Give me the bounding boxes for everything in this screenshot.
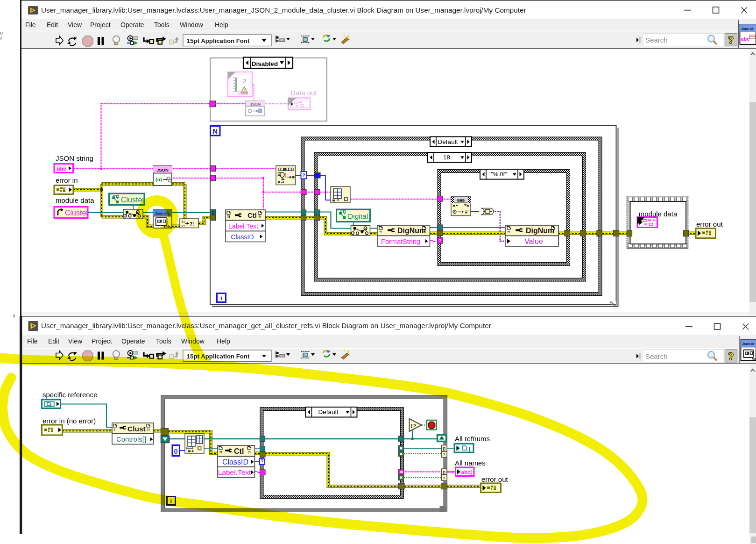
svg-text:?!: ?! (227, 215, 230, 218)
svg-text:Json cf: Json cf (742, 342, 755, 346)
svg-text:Digital: Digital (348, 212, 368, 220)
svg-text:a: a (13, 313, 15, 318)
svg-text:JSON: JSON (156, 167, 169, 172)
svg-text:Label.Text: Label.Text (218, 468, 251, 476)
svg-text:JSON: JSON (250, 102, 261, 107)
svg-text:JSON string: JSON string (56, 154, 93, 162)
svg-text:Project: Project (92, 337, 112, 345)
svg-text:DigNum: DigNum (526, 227, 554, 235)
svg-text:#: # (465, 209, 468, 215)
svg-text:s: s (0, 36, 2, 41)
svg-text:abc: abc (57, 166, 66, 172)
svg-text:Ctl: Ctl (247, 211, 257, 219)
svg-text:Search: Search (645, 36, 668, 44)
svg-text:Ctl: Ctl (234, 447, 244, 455)
svg-text:i: i (220, 294, 222, 301)
svg-text:specific reference: specific reference (42, 391, 98, 399)
svg-text:{o}: {o} (155, 177, 162, 182)
svg-text:Default: Default (318, 408, 339, 415)
svg-text:Value: Value (524, 237, 543, 245)
svg-text:?!: ?! (258, 215, 261, 218)
svg-text:error out: error out (696, 220, 723, 228)
svg-text:abc: abc (461, 469, 471, 475)
svg-text:?!: ?! (113, 428, 117, 431)
svg-text:ref: ref (752, 357, 756, 361)
svg-text:?!: ?! (507, 230, 510, 234)
svg-text:?: ? (443, 476, 445, 480)
svg-text:ClassID: ClassID (231, 233, 254, 241)
svg-text:Project: Project (90, 21, 111, 29)
svg-text:18: 18 (443, 154, 450, 161)
svg-text:?: ? (728, 351, 734, 362)
svg-text:DigNum: DigNum (397, 227, 426, 235)
svg-text:N: N (212, 128, 217, 135)
svg-text:Clust: Clust (127, 425, 146, 433)
svg-text:Cluster: Cluster (65, 209, 89, 217)
svg-text:Label.Text: Label.Text (228, 222, 258, 230)
svg-text:?!: ?! (190, 222, 194, 227)
svg-text:?: ? (302, 172, 305, 178)
svg-text:0: 0 (174, 447, 178, 455)
svg-text:module data: module data (56, 196, 94, 204)
svg-text:?!: ?! (248, 451, 251, 454)
svg-text:Help: Help (217, 337, 230, 345)
svg-text:Json cf: Json cf (741, 27, 754, 31)
svg-text:?!: ?! (181, 220, 185, 224)
svg-text:Default: Default (438, 138, 458, 145)
svg-text:Operate: Operate (121, 337, 145, 345)
svg-text:User_manager_library.lvlib:Use: User_manager_library.lvlib:User_manager.… (41, 322, 491, 329)
svg-text:File: File (25, 21, 36, 29)
svg-text:Controls[]: Controls[] (116, 435, 146, 443)
svg-text:Edit: Edit (48, 337, 59, 345)
svg-text:Data out: Data out (290, 89, 318, 97)
svg-text:Help: Help (215, 21, 228, 29)
svg-text:File: File (27, 337, 38, 345)
svg-text:All refnums: All refnums (455, 435, 490, 443)
svg-text:o: o (0, 30, 3, 36)
svg-text:[]?: []? (411, 423, 416, 428)
svg-text:error out: error out (481, 475, 509, 483)
svg-text:]: ] (470, 468, 472, 475)
svg-text:View: View (68, 337, 83, 345)
svg-text:Operate: Operate (120, 21, 144, 29)
svg-text:?!: ?! (219, 451, 222, 454)
svg-text:?!: ?! (181, 224, 185, 228)
svg-text:Tools: Tools (156, 337, 171, 345)
svg-text:Search: Search (645, 352, 668, 360)
svg-text:Window: Window (180, 21, 204, 29)
svg-text:?: ? (443, 452, 445, 457)
svg-text:[]: [] (443, 446, 445, 451)
svg-text:abc: abc (741, 36, 750, 42)
svg-text:[]: [] (212, 211, 214, 215)
svg-text:Edit: Edit (47, 21, 58, 29)
svg-text:]: ] (468, 445, 470, 452)
svg-text:?: ? (438, 238, 441, 243)
svg-text:"%.0f": "%.0f" (491, 171, 507, 178)
svg-text:2: 2 (243, 78, 246, 85)
svg-text:?!: ?! (379, 230, 382, 234)
svg-text:User_manager_library.lvlib:Use: User_manager_library.lvlib:User_manager.… (41, 6, 526, 14)
svg-text:15pt Application Font: 15pt Application Font (187, 37, 250, 44)
svg-text:Tools: Tools (154, 21, 170, 29)
svg-text:Cluster: Cluster (121, 196, 145, 204)
svg-text:View: View (68, 21, 82, 29)
svg-text:All names: All names (455, 459, 486, 467)
svg-text:error in (no error): error in (no error) (42, 417, 96, 425)
svg-text:FormatString: FormatString (381, 238, 420, 245)
svg-text:?!: ?! (147, 428, 150, 431)
svg-text:?: ? (728, 34, 734, 46)
svg-text:ClassID: ClassID (222, 458, 248, 466)
svg-text:?: ? (261, 458, 263, 464)
svg-text:error in: error in (56, 176, 78, 184)
svg-text:Disabled: Disabled (252, 60, 278, 67)
svg-text:[]: [] (443, 470, 445, 474)
svg-text:999: 999 (457, 198, 465, 203)
